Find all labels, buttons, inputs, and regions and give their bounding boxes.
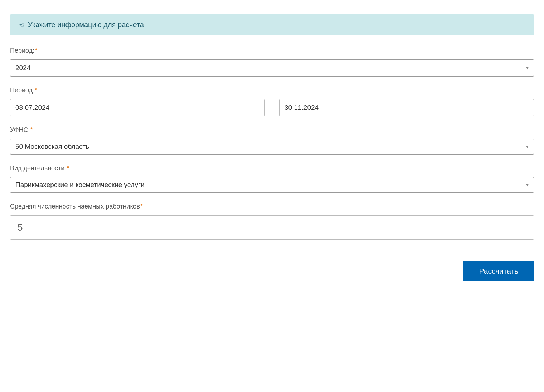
- required-star-icon: *: [35, 47, 37, 54]
- employees-label-text: Средняя численность наемных работников: [10, 203, 140, 210]
- activity-label-text: Вид деятельности:: [10, 165, 66, 172]
- period-year-label-text: Период:: [10, 47, 34, 54]
- required-star-icon: *: [35, 87, 37, 94]
- employees-group: Средняя численность наемных работников*: [10, 203, 534, 240]
- date-row: [10, 99, 534, 116]
- activity-value: Парикмахерские и косметические услуги: [15, 181, 145, 189]
- required-star-icon: *: [140, 203, 143, 210]
- date-to-input[interactable]: [279, 99, 534, 116]
- ufns-label: УФНС:*: [10, 126, 534, 134]
- ufns-group: УФНС:* 50 Московская область ▼: [10, 126, 534, 155]
- period-year-select[interactable]: 2024 ▼: [10, 59, 534, 77]
- pointing-hand-icon: ☞: [19, 21, 24, 29]
- info-banner-text: Укажите информацию для расчета: [28, 21, 144, 29]
- required-star-icon: *: [30, 126, 33, 133]
- chevron-down-icon: ▼: [525, 144, 529, 149]
- info-banner: ☞ Укажите информацию для расчета: [10, 14, 534, 35]
- activity-group: Вид деятельности:* Парикмахерские и косм…: [10, 165, 534, 193]
- period-dates-label: Период:*: [10, 87, 534, 94]
- period-dates-group: Период:*: [10, 87, 534, 116]
- ufns-value: 50 Московская область: [15, 143, 89, 151]
- chevron-down-icon: ▼: [525, 183, 529, 187]
- button-row: Рассчитать: [10, 261, 534, 281]
- chevron-down-icon: ▼: [525, 66, 529, 70]
- required-star-icon: *: [67, 165, 69, 172]
- period-year-value: 2024: [15, 64, 30, 72]
- employees-label: Средняя численность наемных работников*: [10, 203, 534, 210]
- period-year-group: Период:* 2024 ▼: [10, 47, 534, 77]
- calculate-button[interactable]: Рассчитать: [463, 261, 534, 281]
- period-dates-label-text: Период:: [10, 87, 34, 94]
- activity-select[interactable]: Парикмахерские и косметические услуги ▼: [10, 177, 534, 193]
- activity-label: Вид деятельности:*: [10, 165, 534, 172]
- ufns-label-text: УФНС:: [10, 126, 30, 133]
- period-year-label: Период:*: [10, 47, 534, 54]
- employees-input[interactable]: [10, 215, 534, 240]
- date-from-input[interactable]: [10, 99, 265, 116]
- ufns-select[interactable]: 50 Московская область ▼: [10, 139, 534, 155]
